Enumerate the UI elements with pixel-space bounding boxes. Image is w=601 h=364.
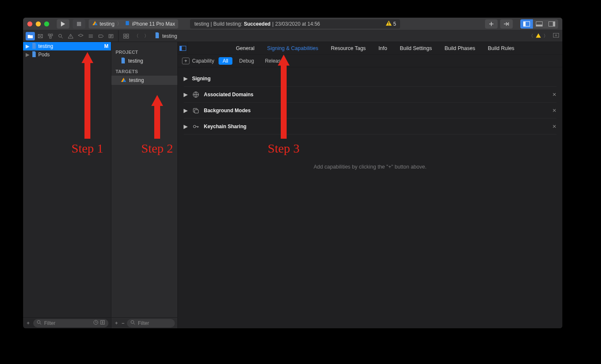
capability-label: Associated Domains: [204, 92, 253, 98]
report-navigator-icon[interactable]: [106, 32, 116, 40]
navigator-item-pods[interactable]: ▶ Pods: [23, 50, 111, 59]
targets-filter-bar: ＋ − Filter: [111, 317, 177, 328]
navigator-header-row: 〈 〉 testing 〈 〉: [23, 30, 562, 42]
titlebar: testing 〉 iPhone 11 Pro Max testing | Bu…: [23, 18, 562, 30]
remove-capability-button[interactable]: ✕: [552, 108, 556, 113]
toggle-inspector-button[interactable]: [546, 19, 558, 29]
remove-capability-button[interactable]: ✕: [552, 92, 556, 98]
config-segmented-control: All Debug Release: [219, 57, 288, 65]
activity-viewer[interactable]: testing | Build testing: Succeeded | 23/…: [190, 19, 400, 29]
project-file-icon: [155, 32, 160, 40]
toggle-navigator-button[interactable]: [520, 19, 533, 29]
related-items-icon[interactable]: [122, 32, 130, 40]
capability-row-background-modes[interactable]: ▶ Background Modes ✕: [184, 103, 556, 119]
globe-icon: [192, 91, 200, 98]
project-editor: General Signing & Capabilities Resource …: [178, 42, 562, 328]
navigator-tree: ▶ testing M ▶ Pods: [23, 42, 111, 317]
toggle-debug-area-button[interactable]: [533, 19, 546, 29]
source-control-navigator-icon[interactable]: [36, 32, 45, 40]
svg-rect-25: [127, 37, 129, 38]
forward-button[interactable]: 〉: [142, 32, 150, 40]
tab-general[interactable]: General: [236, 45, 254, 51]
config-debug-button[interactable]: Debug: [235, 57, 258, 65]
code-review-button[interactable]: [500, 19, 513, 29]
project-file-icon: [121, 58, 126, 65]
toggle-targets-sidebar-button[interactable]: [178, 42, 188, 55]
toolbar-right-group: [485, 19, 513, 29]
remove-capability-button[interactable]: ✕: [552, 124, 556, 129]
jump-bar-next-issue[interactable]: 〉: [543, 33, 548, 39]
svg-rect-11: [536, 24, 543, 26]
minimize-window-button[interactable]: [36, 21, 41, 26]
plus-icon: +: [182, 58, 190, 64]
target-row-label: testing: [129, 77, 144, 83]
target-row[interactable]: testing: [111, 76, 177, 85]
recent-filter-icon[interactable]: [93, 320, 98, 326]
svg-rect-16: [51, 34, 53, 36]
navigator-filter-bar: ＋ Filter: [23, 317, 111, 328]
library-button[interactable]: [485, 19, 498, 29]
disclosure-triangle-icon[interactable]: ▶: [184, 92, 188, 98]
disclosure-triangle-icon[interactable]: ▶: [184, 124, 188, 129]
editor-tabs: General Signing & Capabilities Resource …: [188, 42, 562, 55]
zoom-window-button[interactable]: [44, 21, 49, 26]
svg-rect-13: [553, 21, 555, 26]
project-row[interactable]: testing: [111, 56, 177, 66]
disclosure-triangle-icon[interactable]: ▶: [26, 52, 30, 58]
project-file-icon: [32, 51, 37, 58]
project-navigator-icon[interactable]: [26, 32, 35, 40]
tab-build-phases[interactable]: Build Phases: [445, 45, 475, 51]
svg-rect-35: [179, 46, 182, 50]
disclosure-triangle-icon[interactable]: ▶: [184, 108, 188, 113]
find-navigator-icon[interactable]: [56, 32, 65, 40]
scm-status-badge: M: [104, 43, 108, 49]
targets-filter-input[interactable]: Filter: [127, 319, 175, 327]
tab-build-rules[interactable]: Build Rules: [488, 45, 514, 51]
scm-filter-icon[interactable]: [100, 320, 105, 326]
capability-row-associated-domains[interactable]: ▶ Associated Domains ✕: [184, 87, 556, 103]
navigator-selector: [23, 30, 119, 42]
run-button[interactable]: [57, 19, 69, 29]
tab-info[interactable]: Info: [378, 45, 387, 51]
close-window-button[interactable]: [27, 21, 32, 26]
device-icon: [124, 21, 130, 27]
tab-signing-capabilities[interactable]: Signing & Capabilities: [267, 45, 319, 51]
stop-button[interactable]: [73, 19, 85, 29]
window-traffic-lights: [27, 21, 49, 26]
scheme-name: testing: [100, 21, 114, 27]
scheme-selector[interactable]: testing 〉 iPhone 11 Pro Max: [89, 19, 178, 29]
symbol-navigator-icon[interactable]: [46, 32, 55, 40]
test-navigator-icon[interactable]: [76, 32, 85, 40]
editor-header-row: General Signing & Capabilities Resource …: [178, 42, 562, 55]
jump-bar-prev-issue[interactable]: 〈: [529, 33, 533, 39]
capability-row-signing[interactable]: ▶ Signing: [184, 71, 556, 87]
back-button[interactable]: 〈: [132, 32, 140, 40]
navigator-filter-input[interactable]: Filter: [33, 319, 108, 327]
disclosure-triangle-icon[interactable]: ▶: [26, 43, 30, 49]
add-target-button[interactable]: ＋: [114, 319, 119, 327]
add-files-button[interactable]: ＋: [26, 319, 31, 327]
targets-section-label: TARGETS: [111, 67, 177, 76]
disclosure-triangle-icon[interactable]: ▶: [184, 76, 188, 82]
panel-toggle-group: [520, 19, 558, 29]
breakpoint-navigator-icon[interactable]: [96, 32, 105, 40]
project-navigator: ▶ testing M ▶ Pods ＋: [23, 42, 111, 328]
config-all-button[interactable]: All: [219, 57, 232, 65]
capability-label: Signing: [192, 76, 211, 82]
warning-indicator[interactable]: 5: [386, 21, 396, 27]
project-row-label: testing: [128, 58, 143, 64]
remove-target-button[interactable]: −: [121, 320, 124, 326]
capability-row-keychain-sharing[interactable]: ▶ Keychain Sharing ✕: [184, 119, 556, 135]
config-release-button[interactable]: Release: [261, 57, 287, 65]
add-capability-button[interactable]: + Capability: [182, 58, 214, 64]
add-editor-icon[interactable]: [553, 33, 559, 39]
activity-prefix: testing | Build testing:: [194, 21, 242, 27]
jump-bar-path-item[interactable]: testing: [155, 32, 177, 40]
tab-resource-tags[interactable]: Resource Tags: [331, 45, 366, 51]
tab-build-settings[interactable]: Build Settings: [400, 45, 432, 51]
issue-navigator-icon[interactable]: [66, 32, 75, 40]
activity-status: Succeeded: [244, 21, 270, 27]
debug-navigator-icon[interactable]: [86, 32, 95, 40]
navigator-item-testing[interactable]: ▶ testing M: [23, 42, 111, 50]
background-icon: [192, 107, 200, 114]
